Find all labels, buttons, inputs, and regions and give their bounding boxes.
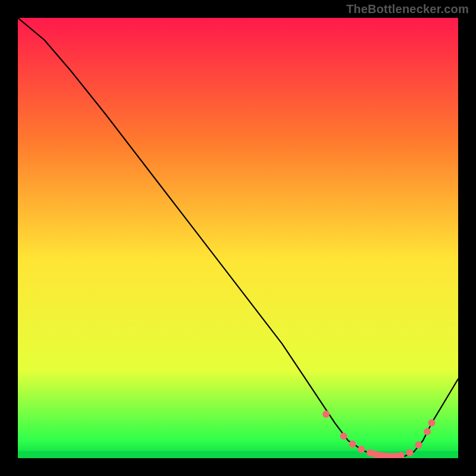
chart-frame: TheBottlenecker.com: [0, 0, 476, 476]
optimal-marker: [358, 446, 365, 453]
optimal-marker: [349, 440, 356, 447]
optimal-marker: [340, 433, 347, 440]
optimal-marker: [428, 419, 436, 427]
plot-area: [18, 18, 458, 458]
optimal-marker: [406, 449, 414, 456]
chart-svg: [18, 18, 458, 458]
optimal-marker: [415, 441, 422, 449]
optimal-marker: [424, 428, 431, 436]
attribution-label: TheBottlenecker.com: [346, 2, 469, 16]
gradient-background: [18, 18, 458, 458]
optimal-marker: [322, 411, 330, 418]
